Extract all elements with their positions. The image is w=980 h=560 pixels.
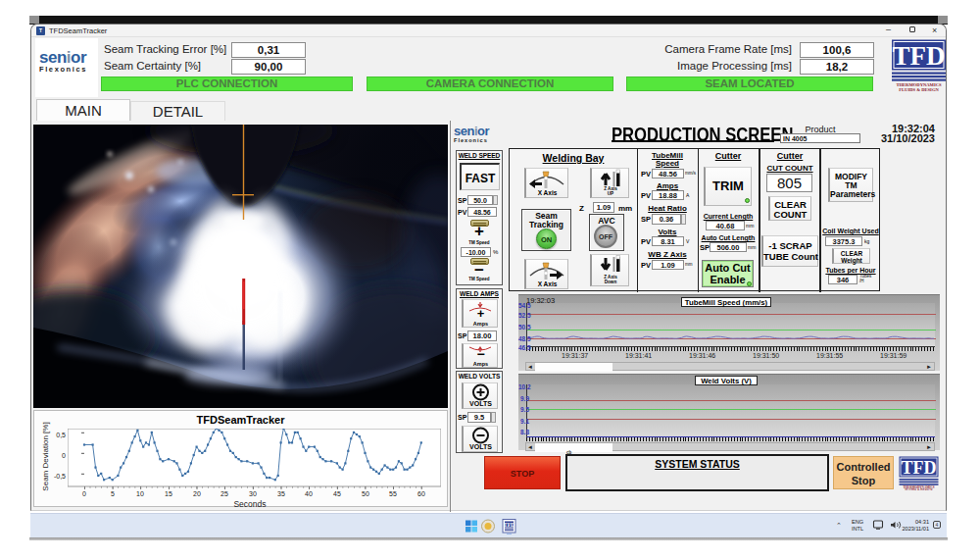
svg-text:TFD: TFD <box>902 458 937 478</box>
svg-text:TFD: TFD <box>504 522 514 528</box>
svg-text:TFD: TFD <box>893 41 946 71</box>
svg-text:FLUIDS & DESIGN: FLUIDS & DESIGN <box>905 488 933 491</box>
svg-text:FLUIDS & DESIGN: FLUIDS & DESIGN <box>899 87 939 92</box>
